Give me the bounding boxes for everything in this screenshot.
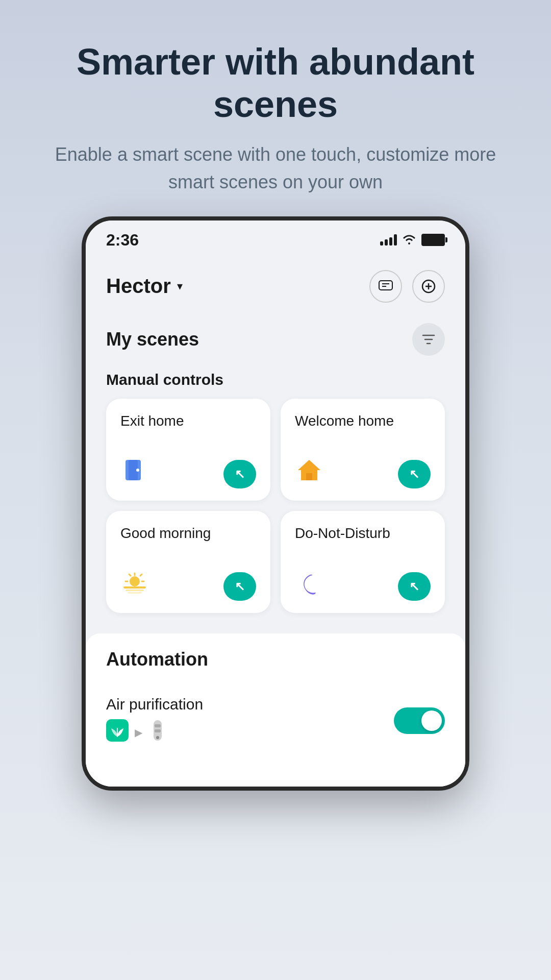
scene-card-welcome-home[interactable]: Welcome home ↖ (281, 399, 445, 501)
app-content: Hector ▾ My scene (86, 255, 465, 787)
run-do-not-disturb-button[interactable]: ↖ (398, 572, 431, 601)
promo-title: Smarter with abundant scenes (31, 41, 520, 126)
automation-device-icon (148, 719, 167, 746)
svg-rect-13 (123, 586, 146, 589)
promo-subtitle: Enable a smart scene with one touch, cus… (31, 141, 520, 196)
signal-bar-2 (385, 239, 388, 246)
scene-card-bottom-do-not-disturb: ↖ (295, 568, 431, 601)
signal-bars-icon (380, 234, 397, 246)
automation-source-icon (106, 719, 129, 746)
run-arrow-icon-4: ↖ (409, 579, 419, 594)
svg-point-4 (136, 469, 139, 472)
run-arrow-icon: ↖ (235, 467, 245, 481)
scene-card-bottom-exit-home: ↖ (120, 456, 256, 488)
automation-item-name: Air purification (106, 696, 394, 713)
promo-section: Smarter with abundant scenes Enable a sm… (0, 0, 551, 216)
signal-bar-3 (389, 237, 392, 246)
signal-bar-1 (380, 241, 383, 246)
my-scenes-header: My scenes (86, 318, 465, 366)
nav-icons (369, 270, 445, 303)
svg-rect-19 (155, 724, 161, 727)
svg-line-12 (129, 574, 131, 576)
home-selector[interactable]: Hector ▾ (106, 275, 183, 298)
svg-rect-14 (126, 590, 144, 591)
scene-card-bottom-welcome-home: ↖ (295, 456, 431, 488)
scene-card-title-welcome-home: Welcome home (295, 413, 431, 429)
svg-point-7 (130, 576, 140, 586)
filter-button[interactable] (412, 323, 445, 356)
toggle-track (394, 707, 445, 734)
top-nav: Hector ▾ (86, 260, 465, 318)
scene-card-title-exit-home: Exit home (120, 413, 256, 429)
svg-rect-20 (155, 729, 161, 732)
phone-frame: 2:36 Hector (82, 216, 469, 791)
message-button[interactable] (369, 270, 402, 303)
scenes-grid: Exit home ↖ (86, 399, 465, 623)
automation-section: Automation Air purification (86, 633, 465, 787)
signal-bar-4 (394, 234, 397, 246)
manual-controls-label: Manual controls (86, 366, 465, 399)
automation-arrow-icon: ▶ (135, 726, 142, 739)
status-time: 2:36 (106, 231, 139, 250)
run-arrow-icon-3: ↖ (235, 579, 245, 594)
svg-line-9 (140, 574, 142, 576)
scene-card-title-do-not-disturb: Do-Not-Disturb (295, 525, 431, 542)
wifi-icon (402, 232, 416, 248)
home-name: Hector (106, 275, 171, 298)
scene-card-bottom-good-morning: ↖ (120, 568, 256, 601)
automation-item-content: Air purification ▶ (106, 696, 394, 746)
automation-icons-row: ▶ (106, 719, 394, 746)
exit-home-icon (120, 456, 149, 488)
run-exit-home-button[interactable]: ↖ (223, 460, 256, 488)
scene-card-exit-home[interactable]: Exit home ↖ (106, 399, 270, 501)
status-bar: 2:36 (86, 220, 465, 255)
automation-title: Automation (106, 649, 445, 670)
run-good-morning-button[interactable]: ↖ (223, 572, 256, 601)
scene-card-do-not-disturb[interactable]: Do-Not-Disturb ↖ (281, 511, 445, 613)
do-not-disturb-icon (295, 568, 323, 601)
chevron-down-icon: ▾ (177, 280, 183, 293)
status-icons (380, 232, 445, 248)
welcome-home-icon (295, 456, 323, 488)
scene-card-good-morning[interactable]: Good morning (106, 511, 270, 613)
run-welcome-home-button[interactable]: ↖ (398, 460, 431, 488)
my-scenes-title: My scenes (106, 329, 199, 350)
svg-rect-15 (128, 592, 142, 594)
automation-item-air-purification: Air purification ▶ (106, 685, 445, 756)
run-arrow-icon-2: ↖ (409, 467, 419, 481)
air-purification-toggle[interactable] (394, 707, 445, 734)
svg-point-21 (156, 736, 159, 739)
battery-icon (421, 234, 445, 246)
scene-card-title-good-morning: Good morning (120, 525, 256, 542)
svg-rect-0 (379, 281, 392, 290)
toggle-thumb (421, 710, 442, 731)
add-button[interactable] (412, 270, 445, 303)
good-morning-icon (120, 568, 149, 601)
svg-rect-6 (306, 473, 312, 480)
